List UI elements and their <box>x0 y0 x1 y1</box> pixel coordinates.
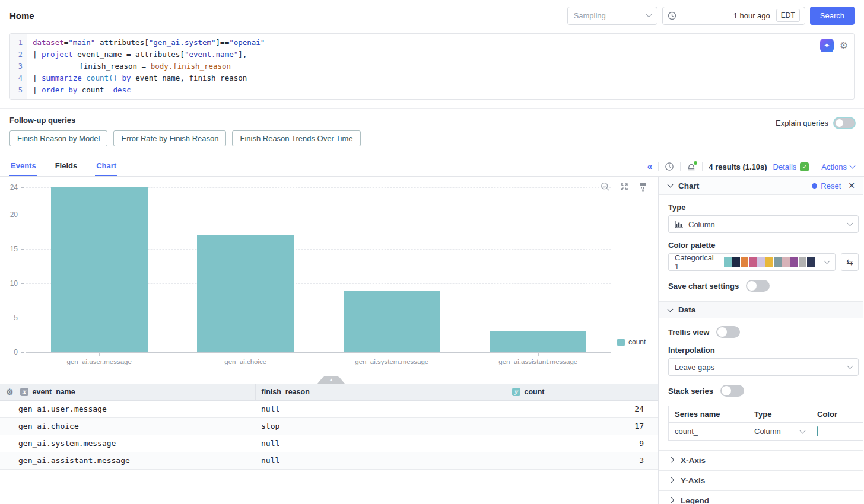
tab-fields[interactable]: Fields <box>54 157 79 176</box>
query-code[interactable]: dataset="main" attributes["gen_ai.system… <box>27 34 854 99</box>
fullscreen-icon[interactable] <box>620 182 629 192</box>
series-color-cell[interactable] <box>811 423 863 441</box>
explain-queries-toggle[interactable] <box>834 118 855 128</box>
timezone-badge[interactable]: EDT <box>776 9 800 22</box>
x-tick-mark <box>246 353 246 356</box>
chart-section-header[interactable]: Chart Reset ✕ <box>659 177 863 195</box>
bar-gen_ai.user.message[interactable] <box>51 187 148 352</box>
x-tick-label: gen_ai.assistant.message <box>465 353 612 365</box>
y-tick-mark <box>21 318 24 318</box>
trellis-view-toggle[interactable] <box>716 326 740 338</box>
results-table: ⚙ x event_name finish_reason y count_ <box>0 384 658 470</box>
followup-query-button[interactable]: Error Rate by Finish Reason <box>113 130 226 146</box>
chevron-down-icon <box>847 363 853 369</box>
ai-assistant-button[interactable]: ✦ <box>820 39 834 52</box>
section-title: Y-Axis <box>681 476 705 485</box>
results-count: 4 results (1.10s) <box>709 162 767 171</box>
section-y-axis[interactable]: Y-Axis <box>659 470 863 490</box>
palette-color-swatch <box>807 257 815 267</box>
save-chart-settings-row: Save chart settings <box>668 280 859 292</box>
stack-series-toggle[interactable] <box>720 385 744 397</box>
y-tick-mark <box>21 352 24 353</box>
bars-layer <box>26 187 611 352</box>
line-number: 5 <box>10 84 27 96</box>
legend-swatch <box>617 339 625 346</box>
cell-count: 17 <box>506 417 658 435</box>
search-button[interactable]: Search <box>810 7 855 25</box>
tab-chart[interactable]: Chart <box>95 157 117 176</box>
palette-color-swatch <box>732 257 740 267</box>
chart-type-select[interactable]: Column <box>668 215 859 233</box>
series-row: count_ Column <box>669 423 863 441</box>
panel-section-title: Data <box>678 305 695 314</box>
column-header-finish-reason[interactable]: finish_reason <box>255 384 506 400</box>
actions-button[interactable]: Actions <box>821 162 855 171</box>
column-header-count[interactable]: y count_ <box>506 384 658 400</box>
sampling-select[interactable]: Sampling <box>567 7 657 25</box>
main-content: 0510152024 gen_ai.user.messagegen_ai.cho… <box>0 177 864 504</box>
table-row[interactable]: gen_ai.user.messagenull24 <box>0 400 658 417</box>
followup-query-button[interactable]: Finish Reason Trends Over Time <box>232 130 360 146</box>
chevron-right-icon <box>669 497 675 503</box>
code-line: dataset="main" attributes["gen_ai.system… <box>33 37 854 49</box>
code-token: project <box>42 50 73 59</box>
tab-events[interactable]: Events <box>9 157 37 176</box>
section-title: X-Axis <box>681 456 706 465</box>
series-type-select[interactable]: Column <box>748 423 811 441</box>
tab-bar: EventsFieldsChart « 4 results (1.10s) De… <box>0 157 864 177</box>
close-icon[interactable]: ✕ <box>848 181 855 190</box>
series-color-swatch[interactable] <box>817 426 818 436</box>
paintbrush-icon[interactable] <box>639 182 647 192</box>
column-label: finish_reason <box>262 388 310 396</box>
table-settings-gear-icon[interactable]: ⚙ <box>6 387 14 397</box>
palette-select[interactable]: Categorical 1 <box>668 253 836 271</box>
table-row[interactable]: gen_ai.assistant.messagenull3 <box>0 452 658 469</box>
reset-button[interactable]: Reset <box>812 181 841 190</box>
series-table-header: Series name Type Color <box>669 406 863 423</box>
save-chart-settings-toggle[interactable] <box>746 280 770 292</box>
x-axis-labels: gen_ai.user.messagegen_ai.choicegen_ai.s… <box>26 353 611 365</box>
cell-finish-reason: null <box>255 400 506 417</box>
column-header-event-name[interactable]: ⚙ x event_name <box>0 384 255 400</box>
code-token: | <box>33 74 42 82</box>
zoom-out-icon[interactable] <box>601 182 610 192</box>
reverse-palette-button[interactable]: ⇆ <box>841 253 859 271</box>
line-number: 3 <box>10 60 27 72</box>
chevron-down-icon <box>850 163 856 169</box>
check-icon: ✓ <box>800 162 809 171</box>
data-section-header[interactable]: Data <box>659 301 863 318</box>
bar-gen_ai.assistant.message[interactable] <box>490 331 586 352</box>
interpolation-value: Leave gaps <box>675 363 714 372</box>
code-token <box>117 74 122 82</box>
palette-color-swatch <box>782 257 790 267</box>
code-token: | <box>33 85 42 94</box>
code-token: count() <box>86 74 117 82</box>
chevron-down-icon <box>646 12 652 18</box>
details-button[interactable]: Details ✓ <box>773 162 809 171</box>
chart-legend[interactable]: count_ <box>617 338 650 346</box>
bar-gen_ai.choice[interactable] <box>197 235 294 352</box>
palette-color-swatch <box>799 257 806 267</box>
bar-gen_ai.system.message[interactable] <box>344 291 440 352</box>
time-range-picker[interactable]: 1 hour ago EDT <box>662 7 805 25</box>
section-x-axis[interactable]: X-Axis <box>659 450 863 470</box>
section-legend[interactable]: Legend <box>659 490 863 504</box>
editor-settings-gear-icon[interactable]: ⚙ <box>840 41 848 50</box>
query-editor[interactable]: 12345 dataset="main" attributes["gen_ai.… <box>9 33 855 100</box>
code-token: by <box>122 74 131 82</box>
bell-icon[interactable] <box>687 162 696 171</box>
cell-finish-reason: null <box>255 452 506 469</box>
table-row[interactable]: gen_ai.system.messagenull9 <box>0 435 658 452</box>
history-clock-icon[interactable] <box>665 162 674 171</box>
table-row[interactable]: gen_ai.choicestop17 <box>0 417 658 435</box>
collapse-panel-icon[interactable]: « <box>647 161 652 172</box>
cell-event-name: gen_ai.user.message <box>0 400 255 417</box>
table-resize-handle[interactable]: ▲ <box>317 376 345 384</box>
top-header: Home Sampling 1 hour ago EDT Search <box>0 0 864 31</box>
code-token <box>33 62 47 72</box>
followup-query-button[interactable]: Finish Reason by Model <box>9 130 107 146</box>
interpolation-select[interactable]: Leave gaps <box>668 358 859 376</box>
bar-slot <box>26 187 173 352</box>
code-token: ], <box>238 50 247 59</box>
series-name-cell: count_ <box>669 423 748 441</box>
